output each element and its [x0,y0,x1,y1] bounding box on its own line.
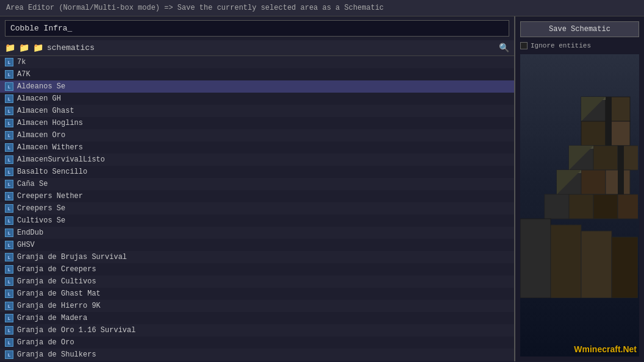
file-name: Almacen Oro [17,131,65,140]
title-bar: Area Editor (Normal/Multi-box mode) => S… [0,0,644,16]
file-icon: L [5,58,13,66]
ignore-entities-row: Ignore entities [520,42,639,49]
list-item[interactable]: LCaña Se [0,178,514,190]
list-item[interactable]: LAlmacen Ghast [0,105,514,117]
list-item[interactable]: LGranja de Ghast Mat [0,288,514,300]
list-item[interactable]: L7k [0,56,514,68]
file-icon: L [5,107,13,115]
list-item[interactable]: LCultivos Se [0,215,514,227]
svg-rect-24 [581,231,612,298]
file-icon: L [5,277,13,286]
svg-rect-25 [612,237,638,298]
watermark: Wminecraft.Net [574,344,637,354]
list-item[interactable]: LGranja de Madera [0,312,514,324]
file-name: Almacen Hoglins [17,119,83,127]
list-item[interactable]: LGranja de Brujas Survival [0,251,514,263]
file-name: Granja de Brujas Survival [17,253,127,261]
filename-input[interactable] [5,20,509,37]
svg-rect-2 [581,121,606,146]
file-name: Basalto Sencillo [17,168,87,176]
save-schematic-button[interactable]: Save Schematic [520,21,639,37]
list-item[interactable]: LGranja de Oro [0,336,514,349]
filename-row [0,16,514,40]
file-name: Granja de Cultivos [17,277,96,286]
file-name: Almacen GH [17,94,61,103]
list-item[interactable]: LGranja de Hierro 9K [0,300,514,312]
list-item[interactable]: LCreepers Nether [0,190,514,202]
file-name: Granja de Creepers [17,265,96,274]
list-item[interactable]: LGranja de Oro 1.16 Survival [0,324,514,336]
file-icon: L [5,326,13,335]
preview-area: Wminecraft.Net [520,54,639,357]
file-icon: L [5,180,13,188]
ignore-entities-checkbox[interactable] [520,42,528,49]
file-icon: L [5,216,13,225]
list-item[interactable]: LGranja de Shulkers [0,349,514,361]
file-name: Creepers Nether [17,192,83,201]
svg-rect-22 [520,219,551,298]
list-item[interactable]: LGranja Madera Nether [0,361,514,361]
svg-rect-5 [593,146,618,170]
svg-rect-13 [618,194,638,219]
list-item[interactable]: LGranja de Creepers [0,263,514,275]
file-icon: L [5,253,13,261]
file-name: Granja de Hierro 9K [17,302,101,310]
search-icon[interactable]: 🔍 [499,43,509,53]
file-icon: L [5,265,13,274]
ignore-entities-label: Ignore entities [531,42,591,49]
svg-rect-10 [545,194,569,219]
main-content: 📁 📁 📁 schematics 🔍 L7kLA7KLAldeanos SeLA… [0,16,644,361]
svg-rect-11 [569,194,593,219]
list-item[interactable]: LCreepers Se [0,202,514,215]
list-item[interactable]: LAlmacen Hoglins [0,117,514,129]
svg-rect-14 [606,97,612,146]
file-name: Granja de Madera [17,314,87,322]
file-name: EndDub [17,229,43,237]
svg-rect-23 [551,225,581,298]
file-name: Granja de Oro 1.16 Survival [17,326,135,335]
svg-rect-12 [593,194,618,219]
file-name: GHSV [17,241,35,249]
list-item[interactable]: LBasalto Sencillo [0,166,514,178]
path-row: 📁 📁 📁 schematics 🔍 [0,40,514,56]
file-icon: L [5,314,13,322]
list-item[interactable]: LAlmacen Oro [0,129,514,141]
file-name: A7K [17,70,30,79]
file-icon: L [5,70,13,79]
file-icon: L [5,241,13,249]
file-name: Granja de Oro [17,338,74,347]
file-name: AlmacenSurvivalListo [17,155,105,164]
file-icon: L [5,229,13,237]
file-name: Granja de Shulkers [17,350,96,359]
file-name: Caña Se [17,180,48,188]
left-panel: 📁 📁 📁 schematics 🔍 L7kLA7KLAldeanos SeLA… [0,16,515,361]
file-list[interactable]: L7kLA7KLAldeanos SeLAlmacen GHLAlmacen G… [0,56,514,361]
file-name: Aldeanos Se [17,82,65,91]
file-icon: L [5,131,13,140]
file-icon: L [5,94,13,103]
svg-rect-8 [581,170,606,194]
file-name: Creepers Se [17,204,65,213]
list-item[interactable]: LAlmacen GH [0,93,514,105]
svg-rect-15 [618,146,624,194]
list-item[interactable]: LAlmacen Withers [0,141,514,154]
folder-icon-1: 📁 [5,43,15,53]
list-item[interactable]: LAldeanos Se [0,80,514,93]
file-name: Almacen Ghast [17,107,74,115]
file-icon: L [5,204,13,213]
right-panel: Save Schematic Ignore entities [515,16,644,361]
file-icon: L [5,350,13,359]
file-icon: L [5,302,13,310]
file-icon: L [5,143,13,152]
file-icon: L [5,192,13,201]
file-icon: L [5,119,13,127]
list-item[interactable]: LEndDub [0,227,514,239]
list-item[interactable]: LAlmacenSurvivalListo [0,154,514,166]
list-item[interactable]: LA7K [0,68,514,80]
list-item[interactable]: LGHSV [0,239,514,251]
list-item[interactable]: LGranja de Cultivos [0,275,514,288]
path-text: schematics [47,43,495,52]
file-name: 7k [17,58,26,66]
file-name: Granja de Ghast Mat [17,289,101,298]
file-icon: L [5,155,13,164]
